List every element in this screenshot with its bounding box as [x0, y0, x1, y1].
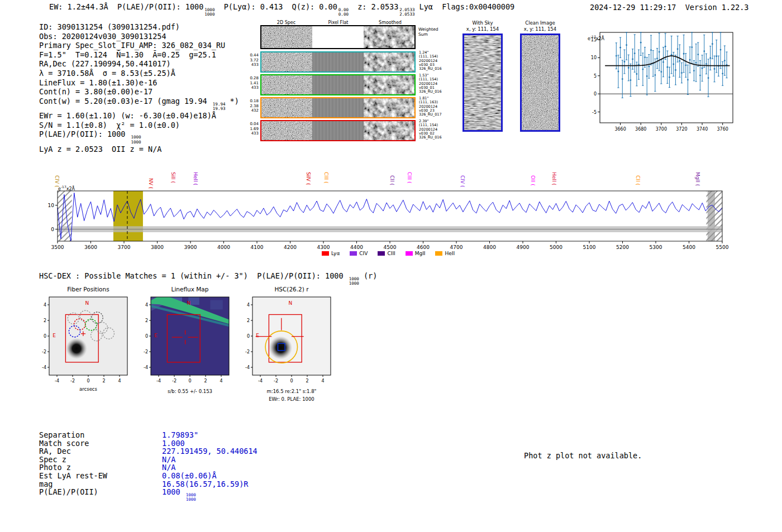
- svg-text:0: 0: [188, 378, 191, 384]
- hsc-cutout-stamp: NE-4-4-2-2002244: [236, 294, 342, 392]
- svg-text:-4: -4: [258, 378, 263, 384]
- photz-note: Phot z plot not available.: [524, 451, 642, 460]
- fiber-row-annotation: 1.53" (111, 154) 20200124 v030_01 326_RU…: [419, 74, 455, 94]
- emission-line-label: HeII (: [193, 172, 198, 185]
- match-row: Spec zN/A: [39, 456, 258, 464]
- svg-text:-4: -4: [42, 365, 46, 370]
- info-line: Primary Spec_Slot_IFU_AMP: 326_082_034_R…: [39, 41, 239, 50]
- weighted-pixel-flat: [312, 26, 363, 48]
- emission-line-label: SiII (: [170, 172, 176, 183]
- svg-text:E: E: [154, 333, 158, 338]
- clean-image-title: Clean Image x, y: 111, 154: [507, 20, 574, 32]
- match-field-value: 227.191459, 50.440614: [162, 447, 258, 456]
- fiber-positions-stamp: NE-4-4-2-2002244: [32, 294, 139, 392]
- match-field-label: mag: [39, 480, 162, 488]
- svg-text:2: 2: [306, 378, 308, 384]
- svg-text:10: 10: [48, 203, 55, 208]
- emission-line-label: HeII (: [551, 172, 557, 185]
- svg-text:-2: -2: [245, 349, 250, 354]
- svg-text:10: 10: [591, 55, 597, 60]
- svg-text:4700: 4700: [450, 245, 463, 250]
- svg-text:5200: 5200: [616, 245, 629, 250]
- match-field-value: N/A: [162, 456, 175, 464]
- svg-text:4: 4: [321, 378, 324, 384]
- fiber-positions-title: Fiber Positions: [49, 286, 127, 293]
- fiber-smoothed: [364, 98, 414, 117]
- clean-image-panel: Clean Image x, y: 111, 154: [520, 20, 560, 138]
- svg-text:4: 4: [220, 378, 222, 384]
- info-line: Cont(w) = 5.20(±0.03)e-17 (gmag 19.94 19…: [39, 97, 239, 112]
- svg-text:-2: -2: [70, 378, 75, 384]
- stacked-fraction: 10001000: [186, 493, 196, 502]
- svg-text:3500: 3500: [51, 245, 64, 250]
- summary-header: EW: 1.2±44.3Å P(LAE)/P(OII): 10001000100…: [49, 2, 514, 17]
- svg-text:3700: 3700: [118, 245, 131, 250]
- svg-text:2: 2: [145, 318, 148, 323]
- fiber-row-metrics: 0.44 3.72 433: [245, 53, 259, 68]
- with-sky-image: [462, 33, 503, 132]
- with-sky-title: With Sky x, y: 111, 154: [449, 20, 516, 32]
- emission-line-label: CIV (: [54, 175, 60, 187]
- fiber-smoothed: [364, 75, 414, 94]
- svg-text:0: 0: [290, 378, 293, 384]
- fiber-cutout-row: [260, 97, 416, 118]
- fiber-cutout-row: [260, 51, 416, 73]
- match-field-value: 0.08(±0.06)Å: [162, 472, 217, 480]
- match-field-label: Match score: [39, 439, 162, 448]
- svg-text:4000: 4000: [217, 245, 230, 250]
- stacked-fraction: 19.9419.93: [213, 102, 226, 112]
- fiber-2d-spec: [261, 75, 312, 94]
- svg-text:4500: 4500: [384, 245, 397, 250]
- svg-text:4400: 4400: [350, 245, 363, 250]
- elixer-detection-report: EW: 1.2±44.3Å P(LAE)/P(OII): 10001000100…: [0, 0, 782, 532]
- emission-line-label: OII (: [530, 175, 536, 186]
- emission-line-label: CII (: [635, 175, 641, 185]
- weighted-sum-label: Weighted Sum: [418, 27, 438, 37]
- svg-text:4: 4: [145, 303, 148, 308]
- match-field-value: 1.79893": [162, 431, 198, 439]
- match-field-label: Photo z: [39, 463, 162, 472]
- hsc-caption-1: m:16.5 re:2.1" s:1.8": [242, 389, 341, 394]
- emission-line-label: CIV (: [460, 175, 465, 187]
- match-row: Separation1.79893": [39, 431, 258, 439]
- lineflux-map-title: Lineflux Map: [151, 286, 229, 293]
- clean-image: [520, 33, 560, 132]
- match-field-value: N/A: [162, 463, 175, 472]
- lineflux-map-stamp: NE-4-4-2-2002244: [134, 294, 240, 392]
- svg-text:-2: -2: [172, 378, 177, 384]
- match-row: P(LAE)/P(OII)1000 10001000: [39, 488, 258, 502]
- fiber-row-annotation: 1.24" (111, 154) 20200124 v030_03 326_RU…: [419, 51, 455, 71]
- mini-unit-label: e-17x2Å: [588, 35, 604, 41]
- emission-line-label: CII (: [389, 175, 395, 185]
- info-line: λ = 3710.58Å σ = 8.53(±5.25)Å: [39, 69, 239, 78]
- stacked-fraction: 10001000: [349, 277, 359, 286]
- svg-text:4600: 4600: [417, 245, 430, 250]
- svg-text:3760: 3760: [717, 127, 728, 132]
- svg-text:3600: 3600: [84, 245, 97, 250]
- svg-text:2: 2: [102, 378, 105, 384]
- hsc-cutout-title: HSC(26.2) r: [252, 286, 331, 293]
- fiber-2d-spec: [261, 52, 312, 71]
- emission-line-label: MgII (: [695, 172, 700, 186]
- svg-text:-2: -2: [42, 349, 46, 354]
- svg-text:-4: -4: [55, 378, 59, 384]
- legend-item: CIV: [350, 251, 368, 256]
- svg-text:3660: 3660: [614, 127, 626, 132]
- info-line: F=1.5" T=0.124 N̄=1.30 Ā=0.25 g=25.1: [39, 50, 239, 60]
- hsc-caption-2: EWr: 0. PLAE: 1000: [242, 396, 341, 402]
- svg-text:0: 0: [247, 334, 250, 339]
- match-table: Separation1.79893"Match score1.000RA, De…: [39, 431, 258, 502]
- fiber-row-annotation: 1.81" (111, 163) 20200124 v030_23 326_RU…: [419, 97, 455, 117]
- svg-text:2: 2: [44, 318, 46, 323]
- legend-swatch: [406, 251, 413, 256]
- svg-text:E: E: [53, 333, 56, 338]
- svg-text:5100: 5100: [583, 245, 596, 250]
- match-field-value: 1000 10001000: [162, 488, 196, 502]
- info-line: Obs: 20200124v030_3090131254: [39, 32, 239, 41]
- svg-text:5500: 5500: [716, 245, 729, 250]
- match-row: Est LyA rest-EW0.08(±0.06)Å: [39, 472, 258, 480]
- svg-text:N: N: [187, 300, 191, 306]
- legend-swatch: [350, 251, 357, 256]
- stacked-fraction: 10001000: [131, 135, 141, 145]
- fiber-pixel-flat: [312, 75, 363, 94]
